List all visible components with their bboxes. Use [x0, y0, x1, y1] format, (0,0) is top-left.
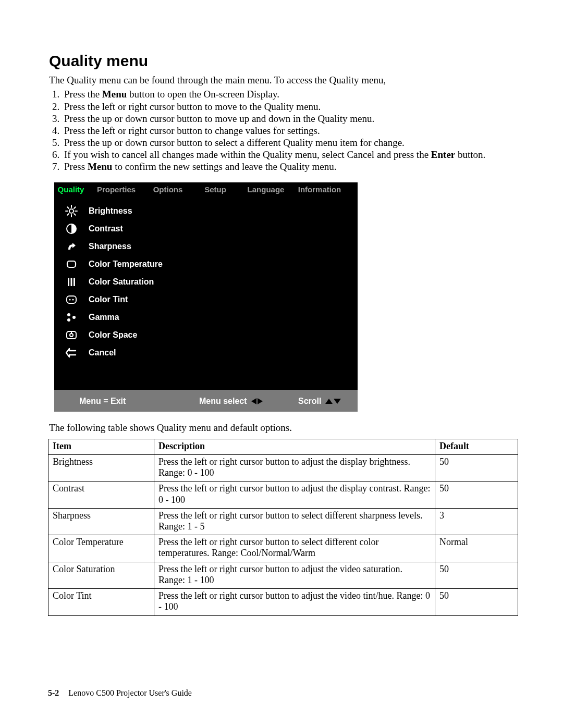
osd-tab-options[interactable]: Options	[145, 185, 191, 194]
osd-tab-setup[interactable]: Setup	[191, 185, 240, 194]
step-item: Press the up or down cursor button to mo…	[62, 113, 519, 125]
page-footer: 5-2 Lenovo C500 Projector User's Guide	[48, 688, 192, 698]
th-desc: Description	[154, 439, 435, 454]
osd-item-label: Brightness	[89, 206, 132, 216]
osd-item-color-space[interactable]: Color Space	[54, 326, 358, 344]
cell-item: Sharpness	[48, 508, 154, 535]
svg-point-18	[67, 318, 70, 322]
svg-rect-11	[68, 278, 69, 286]
cell-desc: Press the left or right cursor button to…	[154, 589, 435, 615]
gamma-icon	[54, 311, 89, 324]
cell-default: 50	[435, 454, 518, 481]
table-row: SharpnessPress the left or right cursor …	[48, 508, 518, 535]
osd-tab-quality[interactable]: Quality	[54, 185, 88, 194]
colortemp-icon	[54, 258, 89, 270]
step-item: Press the left or right cursor button to…	[62, 125, 519, 137]
osd-item-label: Color Space	[89, 330, 137, 340]
osd-item-color-saturation[interactable]: Color Saturation	[54, 273, 358, 291]
svg-point-15	[69, 299, 70, 300]
saturation-icon	[54, 276, 89, 288]
osd-item-gamma[interactable]: Gamma	[54, 309, 358, 326]
svg-point-21	[70, 334, 73, 337]
osd-tab-properties[interactable]: Properties	[88, 185, 145, 194]
table-row: ContrastPress the left or right cursor b…	[48, 482, 518, 508]
cell-default: 50	[435, 562, 518, 588]
osd-footer-scroll: Scroll	[298, 397, 341, 406]
osd-item-label: Gamma	[89, 313, 119, 322]
osd-footer-select-label: Menu select	[199, 397, 247, 406]
svg-line-6	[67, 207, 69, 208]
svg-rect-14	[67, 296, 76, 303]
table-row: BrightnessPress the left or right cursor…	[48, 454, 518, 481]
tint-icon	[54, 293, 89, 306]
intro-text: The Quality menu can be found through th…	[49, 74, 519, 86]
osd-item-label: Cancel	[89, 348, 116, 357]
page-title: Quality menu	[49, 52, 519, 70]
table-intro: The following table shows Quality menu a…	[49, 422, 519, 434]
cell-default: 3	[435, 508, 518, 535]
brightness-icon	[54, 205, 89, 217]
osd-tab-information[interactable]: Information	[292, 185, 347, 194]
th-def: Default	[435, 439, 518, 454]
table-row: Color SaturationPress the left or right …	[48, 562, 518, 588]
svg-point-19	[72, 316, 76, 319]
cell-desc: Press the left or right cursor button to…	[154, 535, 435, 562]
svg-marker-25	[325, 399, 333, 404]
cell-item: Color Tint	[48, 589, 154, 615]
osd-item-label: Sharpness	[89, 242, 131, 251]
cancel-icon	[54, 347, 89, 359]
svg-line-4	[67, 214, 69, 215]
svg-point-0	[69, 209, 74, 213]
osd-footer-select: Menu select	[199, 397, 298, 406]
osd-tab-language[interactable]: Language	[240, 185, 292, 194]
svg-line-2	[74, 214, 76, 215]
osd-item-color-tint[interactable]: Color Tint	[54, 291, 358, 309]
osd-screenshot: QualityPropertiesOptionsSetupLanguageInf…	[54, 182, 358, 412]
cell-desc: Press the left or right cursor button to…	[154, 454, 435, 481]
table-header-row: Item Description Default	[48, 439, 518, 454]
osd-item-label: Color Tint	[89, 295, 128, 304]
svg-rect-10	[67, 261, 76, 267]
left-right-icon	[251, 398, 263, 404]
cell-default: Normal	[435, 535, 518, 562]
osd-item-label: Color Temperature	[89, 260, 163, 269]
page-number: 5-2	[48, 688, 59, 697]
osd-item-label: Color Saturation	[89, 277, 154, 287]
svg-marker-26	[334, 399, 341, 404]
cell-item: Contrast	[48, 482, 154, 508]
step-item: Press Menu to confirm the new settings a…	[62, 161, 519, 172]
steps-list: Press the Menu button to open the On-scr…	[49, 88, 519, 172]
svg-rect-13	[74, 278, 75, 286]
table-row: Color TemperaturePress the left or right…	[48, 535, 518, 562]
options-table: Item Description Default BrightnessPress…	[48, 439, 518, 616]
step-item: Press the up or down cursor button to se…	[62, 137, 519, 149]
osd-item-label: Contrast	[89, 224, 123, 233]
svg-rect-12	[71, 278, 72, 286]
colorspace-icon	[54, 329, 89, 341]
step-item: Press the Menu button to open the On-scr…	[62, 88, 519, 100]
osd-footer: Menu = Exit Menu select Scroll	[54, 391, 358, 412]
sharpness-icon	[54, 240, 89, 253]
osd-item-sharpness[interactable]: Sharpness	[54, 238, 358, 255]
document-page: Quality menu The Quality menu can be fou…	[0, 0, 563, 728]
cell-item: Brightness	[48, 454, 154, 481]
cell-default: 50	[435, 589, 518, 615]
osd-body: BrightnessContrastSharpnessColor Tempera…	[54, 197, 358, 379]
up-down-icon	[325, 399, 341, 404]
osd-item-contrast[interactable]: Contrast	[54, 220, 358, 238]
svg-line-8	[74, 207, 76, 208]
osd-item-brightness[interactable]: Brightness	[54, 202, 358, 220]
osd-item-color-temperature[interactable]: Color Temperature	[54, 255, 358, 273]
cell-desc: Press the left or right cursor button to…	[154, 562, 435, 588]
cell-item: Color Temperature	[48, 535, 154, 562]
osd-footer-scroll-label: Scroll	[298, 397, 321, 406]
svg-marker-23	[251, 398, 256, 404]
svg-marker-24	[258, 398, 263, 404]
contrast-icon	[54, 223, 89, 235]
cell-item: Color Saturation	[48, 562, 154, 588]
osd-tabs: QualityPropertiesOptionsSetupLanguageInf…	[54, 182, 358, 197]
th-item: Item	[48, 439, 154, 454]
step-item: Press the left or right cursor button to…	[62, 101, 519, 113]
osd-item-cancel[interactable]: Cancel	[54, 344, 358, 362]
cell-desc: Press the left or right cursor button to…	[154, 508, 435, 535]
